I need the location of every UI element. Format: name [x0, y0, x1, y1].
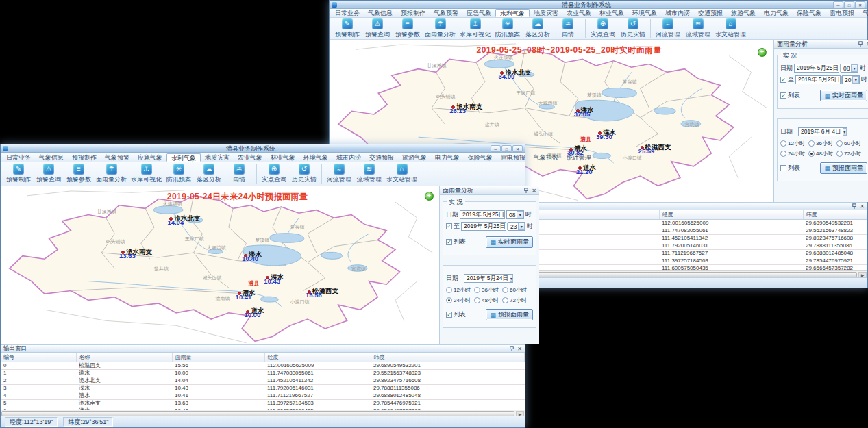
table-row[interactable]: 4澧水10.41111.71121966752729.6888012485048	[1, 392, 525, 400]
col-latitude[interactable]: 纬度	[371, 353, 525, 362]
close-button[interactable]: ✕	[512, 145, 523, 152]
tab-tourism[interactable]: 旅游气象	[727, 9, 760, 17]
radio-24h[interactable]: 24小时	[446, 297, 473, 304]
station-weishui-south[interactable]: 洈水南支13.63	[121, 246, 152, 258]
flood-plan-button[interactable]: ☀防汛预案	[493, 18, 523, 40]
station-loushui[interactable]: 溇水37.05	[576, 104, 594, 116]
col-name[interactable]: 名称	[76, 353, 172, 362]
end-hour-select[interactable]: 23▾	[508, 222, 525, 231]
radio-60h[interactable]: 60小时	[502, 286, 529, 294]
tab-insurance[interactable]: 保险气象	[793, 9, 826, 17]
panel-close-icon[interactable]: ✕	[532, 188, 536, 194]
start-hour-select[interactable]: 08▾	[506, 210, 524, 219]
list-checkbox[interactable]	[446, 239, 452, 245]
tab-lightning[interactable]: 雷电预报	[497, 153, 530, 162]
warning-create-button[interactable]: ✎预警制作	[3, 163, 34, 185]
start-date-select[interactable]: 2019年 5月25日▾	[460, 210, 505, 219]
rain-condition-button[interactable]: ♒雨情	[224, 163, 254, 185]
realtime-rainfall-button[interactable]: ▦实时面雨量	[820, 90, 867, 101]
tab-index[interactable]: 气象指数	[530, 153, 562, 162]
disaster-point-button[interactable]: ⊕灾点查询	[259, 163, 289, 185]
scroll-right-arrow[interactable]: ▶	[858, 272, 867, 277]
col-longitude[interactable]: 经度	[264, 353, 371, 362]
pin-icon[interactable]	[858, 41, 863, 47]
disaster-history-button[interactable]: ↺历史灾情	[618, 18, 648, 40]
tab-power[interactable]: 电力气象	[431, 153, 464, 162]
map-add-button[interactable]: +	[758, 48, 767, 57]
warning-params-button[interactable]: ≡预警参数	[393, 18, 423, 40]
radio-12h[interactable]: 12小时	[780, 140, 807, 147]
warning-create-button[interactable]: ✎预警制作	[332, 18, 362, 40]
tab-daily[interactable]: 日常业务	[331, 9, 364, 17]
tab-forecast[interactable]: 预报制作	[397, 9, 430, 17]
table-row[interactable]: 3渫水10.43111.79200514603129.7888111355086	[1, 385, 525, 392]
table-row[interactable]: 5洈水南支13.63111.39725718450329.78544769759…	[1, 400, 525, 407]
tab-statistics[interactable]: 统计管理	[562, 153, 595, 162]
zone-analysis-button[interactable]: ☁落区分析	[194, 163, 224, 185]
tab-tourism[interactable]: 旅游气象	[398, 153, 431, 162]
tab-emergency[interactable]: 应急气象	[134, 153, 166, 162]
tab-agriculture[interactable]: 农业气象	[234, 153, 266, 162]
tab-info[interactable]: 气象信息	[35, 153, 68, 162]
tab-agriculture[interactable]: 农业气象	[562, 9, 595, 17]
forecast-rainfall-button[interactable]: ▦预报面雨量	[486, 309, 533, 320]
title-bar[interactable]: 澧县业务制作系统 ─ □ ✕	[1, 144, 525, 153]
tab-forestry[interactable]: 林业气象	[266, 153, 299, 162]
areal-rain-analysis-button[interactable]: ☂面雨量分析	[94, 163, 129, 185]
tab-hydrology[interactable]: 水利气象	[166, 153, 201, 162]
flood-plan-button[interactable]: ☀防汛预案	[164, 163, 194, 185]
forecast-date-select[interactable]: 2019年 5月24日▾	[464, 274, 513, 283]
tab-hydrology[interactable]: 水利气象	[495, 9, 530, 17]
title-bar[interactable]: 澧县业务制作系统 ─ □ ✕	[330, 1, 867, 9]
col-rainfall[interactable]: 面雨量	[172, 353, 264, 362]
tab-urban-flood[interactable]: 城市内涝	[332, 153, 365, 162]
radio-72h[interactable]: 72小时	[502, 297, 529, 304]
tab-environment[interactable]: 环境气象	[628, 9, 661, 17]
areal-rain-analysis-button[interactable]: ☂面雨量分析	[423, 18, 458, 40]
minimize-button[interactable]: ─	[833, 1, 843, 8]
station-daoshui[interactable]: 道水10.00	[246, 305, 264, 317]
tab-traffic[interactable]: 交通预报	[365, 153, 398, 162]
close-button[interactable]: ✕	[855, 1, 865, 8]
basin-manage-button[interactable]: ≋流域管理	[683, 18, 713, 40]
station-weishui-north[interactable]: 洈水北支34.09	[500, 66, 531, 79]
tab-forestry[interactable]: 林业气象	[595, 9, 628, 17]
tab-power[interactable]: 电力气象	[760, 9, 793, 17]
pin-icon[interactable]	[852, 203, 857, 210]
radio-24h[interactable]: 24小时	[780, 150, 807, 158]
tab-warning[interactable]: 气象预警	[101, 153, 134, 162]
warning-params-button[interactable]: ≡预警参数	[64, 163, 94, 185]
maximize-button[interactable]: □	[844, 1, 854, 8]
table-row[interactable]: 1道水10.00111.74708305506129.5521563748823	[1, 370, 525, 377]
list-checkbox[interactable]	[446, 312, 452, 318]
tab-environment[interactable]: 环境气象	[299, 153, 332, 162]
radio-60h[interactable]: 60小时	[836, 140, 863, 147]
warning-query-button[interactable]: ⚠预警查询	[362, 18, 393, 40]
tab-forecast[interactable]: 预报制作	[68, 153, 101, 162]
disaster-point-button[interactable]: ⊕灾点查询	[588, 18, 618, 40]
station-loushui[interactable]: 溇水10.40	[244, 249, 262, 261]
reservoir-view-button[interactable]: ⚓水库可视化	[129, 163, 164, 185]
map-add-button[interactable]: +	[425, 192, 434, 201]
tab-urban-flood[interactable]: 城市内涝	[661, 9, 694, 17]
start-hour-select[interactable]: 08▾	[841, 64, 858, 73]
river-manage-button[interactable]: ≈河流管理	[653, 18, 683, 40]
col-latitude[interactable]: 纬度	[803, 210, 867, 220]
to-checkbox[interactable]	[780, 77, 786, 83]
river-manage-button[interactable]: ≈河流管理	[324, 163, 354, 185]
maximize-button[interactable]: □	[501, 145, 512, 152]
tab-geology[interactable]: 地质灾害	[530, 9, 562, 17]
end-date-select[interactable]: 2019年 5月25日▾	[461, 222, 506, 231]
rain-condition-button[interactable]: ♒雨情	[553, 18, 583, 40]
pin-icon[interactable]	[509, 346, 514, 352]
col-longitude[interactable]: 经度	[659, 210, 803, 220]
radio-72h[interactable]: 72小时	[836, 150, 863, 158]
tab-index[interactable]: 气象指数	[858, 9, 868, 17]
map-forecast[interactable]: 2019-05-24日未来24小时预报面雨量 + 甘溪滩镇 火连坡镇 复兴镇 码…	[1, 186, 439, 344]
tab-emergency[interactable]: 应急气象	[462, 9, 495, 17]
radio-36h[interactable]: 36小时	[808, 140, 835, 147]
forecast-date-select[interactable]: 2019年 6月 4日▾	[798, 127, 847, 136]
list-checkbox[interactable]	[780, 165, 786, 171]
station-songzi-west[interactable]: 松滋西支15.56	[308, 285, 338, 297]
hydro-station-manage-button[interactable]: ⌂水文站管理	[384, 163, 419, 185]
